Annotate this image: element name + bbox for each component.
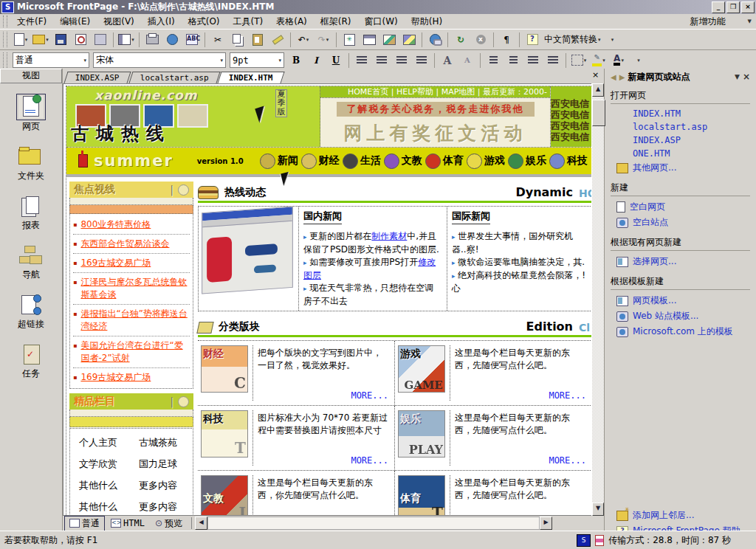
nav-games[interactable]: 游戏 xyxy=(467,153,505,169)
table-cell[interactable]: 国力足球 xyxy=(131,458,191,471)
view-page[interactable]: 网页 xyxy=(0,96,62,133)
focus-link[interactable]: ▪800业务特惠价格 xyxy=(73,215,190,235)
toolbar-options-button[interactable]: ▾ xyxy=(629,52,648,69)
pane-back-icon[interactable]: ◀ xyxy=(611,73,616,81)
view-navigation[interactable]: 导航 xyxy=(0,244,62,281)
close-document-icon[interactable]: × xyxy=(590,70,601,80)
sponsor-link[interactable]: 西安电信 xyxy=(551,131,591,142)
table-cell[interactable]: 个人主页 xyxy=(72,436,131,449)
view-tab-preview[interactable]: ⊙预览 xyxy=(151,517,187,531)
nav-sports[interactable]: 体育 xyxy=(425,153,464,169)
network-place-link[interactable]: 添加网上邻居... xyxy=(611,508,750,523)
recent-file-link[interactable]: ONE.HTM xyxy=(611,147,750,160)
web-templates-link[interactable]: Web 站点模板... xyxy=(611,308,750,324)
toolbar-grip[interactable] xyxy=(3,32,7,48)
menu-help[interactable]: 帮助(H) xyxy=(405,14,449,30)
scroll-down-icon[interactable]: ▼ xyxy=(592,503,604,516)
more-link[interactable]: MORE... xyxy=(258,455,388,466)
align-left-button[interactable] xyxy=(352,52,371,69)
games-image[interactable]: 游戏GAME xyxy=(398,345,445,393)
scrollbar-thumb[interactable] xyxy=(592,100,605,126)
print-button[interactable] xyxy=(142,32,162,48)
recent-file-link[interactable]: INDEX.ASP xyxy=(611,134,750,147)
paste-button[interactable] xyxy=(248,32,267,48)
pane-forward-icon[interactable]: ▶ xyxy=(619,73,625,81)
focus-link[interactable]: ▪169古城交易广场 xyxy=(73,254,190,273)
nav-news[interactable]: 新闻 xyxy=(260,153,298,169)
insert-picture-button[interactable] xyxy=(379,32,399,48)
chevron-down-icon[interactable]: ▾ xyxy=(306,37,309,43)
font-color-button[interactable]: A▾ xyxy=(609,52,628,69)
fontsize-combobox[interactable]: 9pt▾ xyxy=(230,52,284,68)
sponsor-link[interactable]: 西安电信 xyxy=(551,120,591,131)
justify-button[interactable] xyxy=(412,52,431,69)
italic-button[interactable]: I xyxy=(306,52,326,69)
view-reports[interactable]: 报表 xyxy=(0,195,62,232)
view-tab-html[interactable]: <>HTML xyxy=(106,517,149,529)
table-cell[interactable]: 更多内容 xyxy=(131,500,191,514)
chinese-convert-button[interactable]: 中文简繁转换 ▾ xyxy=(543,32,602,48)
tab-index-htm[interactable]: INDEX.HTM xyxy=(218,72,285,83)
finance-image[interactable]: 财经C xyxy=(201,345,248,393)
sponsor-link[interactable]: 西安电信 xyxy=(551,98,591,109)
tab-localstart-asp[interactable]: localstart.asp xyxy=(128,72,220,83)
pane-menu-icon[interactable]: ▼ xyxy=(735,73,740,80)
blank-web-link[interactable]: 空白站点 xyxy=(611,215,750,230)
table-cell[interactable]: 其他什么 xyxy=(72,479,131,492)
save-button[interactable] xyxy=(51,32,70,48)
toggle-pane-button[interactable]: ▾ xyxy=(117,32,136,48)
chevron-down-icon[interactable]: ▾ xyxy=(131,37,134,43)
mscom-templates-link[interactable]: Microsoft.com 上的模板 xyxy=(611,324,750,339)
bullet-list-button[interactable] xyxy=(504,52,523,69)
bold-button[interactable]: B xyxy=(286,52,306,69)
menu-view[interactable]: 视图(V) xyxy=(97,14,141,30)
spelling-button[interactable]: ABC xyxy=(182,32,202,48)
help-button[interactable]: ? xyxy=(523,32,542,48)
menu-edit[interactable]: 编辑(E) xyxy=(53,14,97,30)
align-right-button[interactable] xyxy=(392,52,411,69)
culture-image[interactable]: 文教J xyxy=(201,475,248,516)
web-component-button[interactable]: ✳ xyxy=(340,32,359,48)
page-templates-link[interactable]: 网页模板... xyxy=(611,293,750,308)
underline-button[interactable]: U xyxy=(326,52,346,69)
banner-ad[interactable]: 了解税务关心税务，税务走进你我他 网上有奖征文活动 xyxy=(320,97,550,147)
design-canvas[interactable]: xaonline.com 夏季版 古城热线 xyxy=(63,83,591,516)
chevron-down-icon[interactable]: ▼ xyxy=(748,18,752,24)
refresh-button[interactable]: ↻ xyxy=(451,32,470,48)
recent-file-link[interactable]: INDEX.HTM xyxy=(611,107,750,120)
tech-image[interactable]: 科技T xyxy=(201,410,248,458)
align-center-button[interactable] xyxy=(372,52,391,69)
nav-entertainment[interactable]: 娱乐 xyxy=(508,153,546,169)
show-all-button[interactable]: ¶ xyxy=(497,32,516,48)
hyperlink-button[interactable] xyxy=(425,32,444,48)
scroll-up-icon[interactable]: ▲ xyxy=(592,83,604,97)
view-hyperlinks[interactable]: 超链接 xyxy=(0,294,62,331)
focus-link[interactable]: ▪美国允许台湾在台进行“爱国者-2”试射 xyxy=(73,336,190,368)
table-cell[interactable]: 其他什么 xyxy=(72,500,131,514)
focus-link[interactable]: ▪169古城交易广场 xyxy=(73,368,190,387)
more-link[interactable]: MORE... xyxy=(455,390,586,401)
focus-link[interactable]: ▪东西部合作贸易洽谈会 xyxy=(73,235,190,254)
entertainment-image[interactable]: 娱乐PLAY xyxy=(398,410,445,458)
pane-close-icon[interactable]: × xyxy=(743,72,750,82)
more-pages-link[interactable]: 其他网页... xyxy=(611,160,750,176)
copy-button[interactable] xyxy=(228,32,247,48)
menu-file[interactable]: 文件(F) xyxy=(10,14,53,30)
decrease-font-button[interactable]: A xyxy=(458,52,477,69)
view-folders[interactable]: 文件夹 xyxy=(0,145,62,182)
vertical-scrollbar[interactable]: ▲ ▼ xyxy=(591,83,604,516)
scroll-right-icon[interactable]: ▶ xyxy=(540,517,552,530)
menu-grip[interactable] xyxy=(3,15,7,27)
choose-page-link[interactable]: 选择网页... xyxy=(611,254,750,269)
increase-font-button[interactable]: A xyxy=(438,52,457,69)
drawing-button[interactable] xyxy=(399,32,419,48)
menu-format[interactable]: 格式(O) xyxy=(182,14,227,30)
view-tab-normal[interactable]: 普通 xyxy=(64,516,105,531)
close-button[interactable]: × xyxy=(741,1,755,13)
view-tasks[interactable]: 任务 xyxy=(0,343,62,380)
insert-table-button[interactable] xyxy=(360,32,379,48)
style-combobox[interactable]: 普通▾ xyxy=(13,52,89,68)
search-button[interactable] xyxy=(71,32,90,48)
sports-image[interactable]: 体育T xyxy=(398,475,445,516)
horizontal-scrollbar[interactable]: ▶ xyxy=(207,517,552,529)
